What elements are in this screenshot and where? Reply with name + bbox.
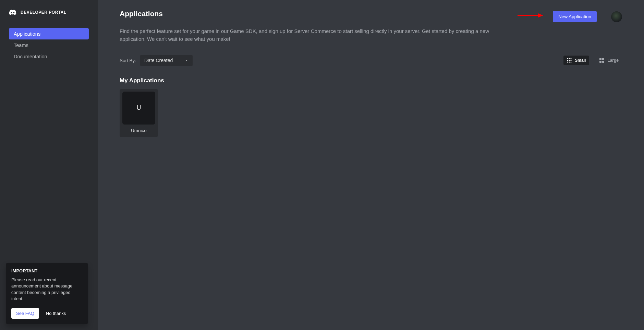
no-thanks-button[interactable]: No thanks (46, 311, 66, 316)
app-initial: U (137, 104, 141, 111)
sidebar-item-label: Documentation (14, 54, 47, 59)
svg-point-2 (571, 58, 572, 59)
svg-point-0 (567, 58, 568, 59)
sort-group: Sort By: Date Created (120, 55, 193, 66)
sidebar-item-applications[interactable]: Applications (9, 28, 89, 39)
sidebar-item-teams[interactable]: Teams (9, 39, 89, 51)
app-root: DEVELOPER PORTAL Applications Teams Docu… (0, 0, 644, 330)
grid-large-icon (599, 58, 604, 63)
svg-point-4 (569, 60, 570, 61)
sort-selected-value: Date Created (144, 58, 173, 63)
app-card[interactable]: U Umnico (120, 89, 158, 137)
sort-select[interactable]: Date Created (140, 55, 193, 66)
svg-point-8 (571, 61, 572, 62)
notice-title: IMPORTANT (11, 268, 83, 273)
page-title: Applications (120, 10, 163, 18)
svg-rect-12 (602, 61, 604, 63)
sidebar: DEVELOPER PORTAL Applications Teams Docu… (0, 0, 98, 330)
my-applications-title: My Applications (120, 77, 622, 84)
view-large-label: Large (607, 58, 619, 63)
svg-rect-9 (599, 58, 602, 60)
main-content: Applications New Application Find the pe… (98, 0, 644, 330)
page-description: Find the perfect feature set for your ga… (120, 27, 497, 43)
svg-point-5 (571, 60, 572, 61)
sidebar-item-label: Teams (14, 43, 28, 48)
notice-actions: See FAQ No thanks (11, 308, 83, 319)
svg-point-7 (569, 61, 570, 62)
main-header: Applications New Application (120, 10, 622, 22)
sidebar-nav: Applications Teams Documentation (0, 22, 98, 62)
svg-point-6 (567, 61, 568, 62)
svg-rect-11 (599, 61, 602, 63)
svg-point-1 (569, 58, 570, 59)
app-grid: U Umnico (120, 89, 622, 137)
app-name: Umnico (131, 128, 147, 133)
header-right: New Application (553, 11, 622, 22)
view-small-label: Small (575, 58, 586, 63)
see-faq-button[interactable]: See FAQ (11, 308, 39, 319)
chevron-down-icon (184, 58, 189, 62)
grid-small-icon (567, 58, 572, 63)
notice-body: Please read our recent announcement abou… (11, 277, 83, 302)
app-thumbnail: U (122, 92, 155, 125)
sidebar-header: DEVELOPER PORTAL (0, 0, 98, 22)
sort-label: Sort By: (120, 58, 136, 63)
sidebar-item-label: Applications (14, 31, 40, 37)
toolbar: Sort By: Date Created (120, 55, 622, 66)
new-application-button[interactable]: New Application (553, 11, 597, 22)
view-large-button[interactable]: Large (596, 56, 622, 65)
notice-card: IMPORTANT Please read our recent announc… (6, 263, 88, 324)
discord-icon (9, 10, 16, 15)
view-toggle: Small Large (563, 56, 622, 65)
portal-title: DEVELOPER PORTAL (21, 10, 66, 15)
svg-point-3 (567, 60, 568, 61)
svg-rect-10 (602, 58, 604, 60)
view-small-button[interactable]: Small (563, 56, 589, 65)
avatar[interactable] (611, 11, 622, 22)
sidebar-item-documentation[interactable]: Documentation (9, 51, 89, 62)
